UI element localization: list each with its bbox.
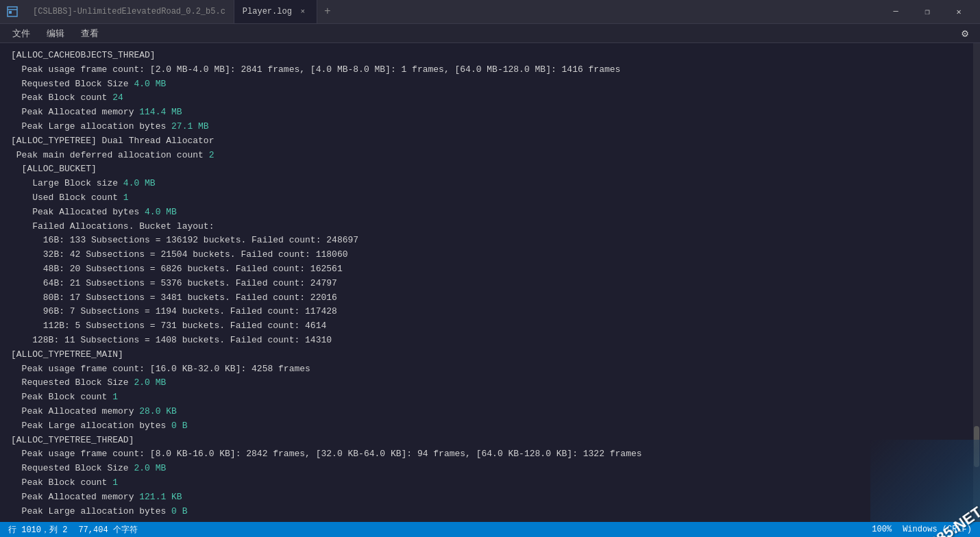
menu-file[interactable]: 文件: [5, 25, 37, 42]
tab-file1[interactable]: [CSLBBS]-UnlimitedElevatedRoad_0.2_b5.c: [25, 0, 234, 23]
status-row-col: 行 1010，列 2: [8, 524, 67, 536]
menu-edit[interactable]: 编辑: [40, 25, 71, 42]
svg-rect-2: [9, 11, 12, 14]
tab-close-button[interactable]: ×: [297, 6, 308, 17]
log-line: Peak Allocated bytes 4.0 MB: [11, 205, 969, 220]
main-content[interactable]: [ALLOC_CACHEOBJECTS_THREAD] Peak usage f…: [0, 43, 980, 522]
tab-area: [CSLBBS]-UnlimitedElevatedRoad_0.2_b5.c …: [25, 0, 880, 23]
log-line: [ALLOC_TYPETREE_MAIN]: [11, 348, 969, 362]
log-line: 112B: 5 Subsections = 731 buckets. Faile…: [11, 319, 969, 334]
log-line: Used Block count 1: [11, 191, 969, 205]
tab2-label: Player.log: [243, 7, 292, 16]
log-line: 80B: 17 Subsections = 3481 buckets. Fail…: [11, 291, 969, 305]
log-line: Peak main deferred allocation count 2: [11, 149, 969, 163]
status-bar: 行 1010，列 2 77,404 个字符 100% Windows (CRLF…: [0, 522, 980, 537]
log-line: Requested Block Size 2.0 MB: [11, 462, 969, 476]
menu-view[interactable]: 查看: [74, 25, 106, 42]
log-line: 64B: 21 Subsections = 5376 buckets. Fail…: [11, 277, 969, 291]
scrollbar-thumb[interactable]: [974, 426, 979, 467]
log-line: Failed Allocations. Bucket layout:: [11, 220, 969, 234]
log-line: [ALLOC_CACHEOBJECTS_THREAD]: [11, 49, 969, 63]
window-controls: ─ ❐ ✕: [880, 0, 975, 24]
minimize-button[interactable]: ─: [880, 0, 911, 24]
log-line: Peak Block count 24: [11, 91, 969, 105]
log-line: Peak Allocated memory 28.0 KB: [11, 405, 969, 419]
log-line: 16B: 133 Subsections = 136192 buckets. F…: [11, 234, 969, 248]
settings-icon[interactable]: ⚙: [955, 24, 975, 43]
status-chars: 77,404 个字符: [78, 524, 137, 536]
log-line: Peak Block count 1: [11, 476, 969, 490]
log-line: Peak Large allocation bytes 27.1 MB: [11, 120, 969, 134]
log-line: [ALLOC_TYPETREE_THREAD]: [11, 434, 969, 448]
log-line: 32B: 42 Subsections = 21504 buckets. Fai…: [11, 248, 969, 262]
log-line: [ALLOC_BUCKET]: [11, 162, 969, 177]
restore-button[interactable]: ❐: [911, 0, 943, 24]
menu-bar: 文件 编辑 查看 ⚙: [0, 24, 980, 43]
log-line: Peak usage frame count: [2.0 MB-4.0 MB]:…: [11, 63, 969, 77]
log-line: Peak Large allocation bytes 0 B: [11, 419, 969, 434]
log-line: 96B: 7 Subsections = 1194 buckets. Faile…: [11, 305, 969, 319]
log-line: Requested Block Size 2.0 MB: [11, 376, 969, 390]
scrollbar[interactable]: [973, 43, 980, 522]
log-line: Peak usage frame count: [8.0 KB-16.0 KB]…: [11, 447, 969, 462]
status-zoom[interactable]: 100%: [872, 525, 892, 534]
log-line: 128B: 11 Subsections = 1408 buckets. Fai…: [11, 334, 969, 348]
app-icon: [5, 5, 19, 18]
log-line: Peak Allocated memory 114.4 MB: [11, 105, 969, 120]
log-line: Peak usage frame count: [16.0 KB-32.0 KB…: [11, 362, 969, 377]
log-content: [ALLOC_CACHEOBJECTS_THREAD] Peak usage f…: [0, 46, 980, 521]
log-line: Peak Allocated memory 121.1 KB: [11, 490, 969, 505]
new-tab-button[interactable]: +: [317, 0, 338, 23]
title-bar: [CSLBBS]-UnlimitedElevatedRoad_0.2_b5.c …: [0, 0, 980, 24]
log-line: 48B: 20 Subsections = 6826 buckets. Fail…: [11, 262, 969, 277]
log-line: Peak Large allocation bytes 0 B: [11, 505, 969, 519]
log-line: Large Block size 4.0 MB: [11, 177, 969, 191]
close-button[interactable]: ✕: [943, 0, 975, 24]
tab-playerlog[interactable]: Player.log ×: [234, 0, 317, 23]
log-line: [ALLOC_TYPETREE] Dual Thread Allocator: [11, 134, 969, 149]
log-line: Peak Block count 1: [11, 390, 969, 405]
tab1-label: [CSLBBS]-UnlimitedElevatedRoad_0.2_b5.c: [33, 7, 225, 16]
log-line: Requested Block Size 4.0 MB: [11, 77, 969, 92]
